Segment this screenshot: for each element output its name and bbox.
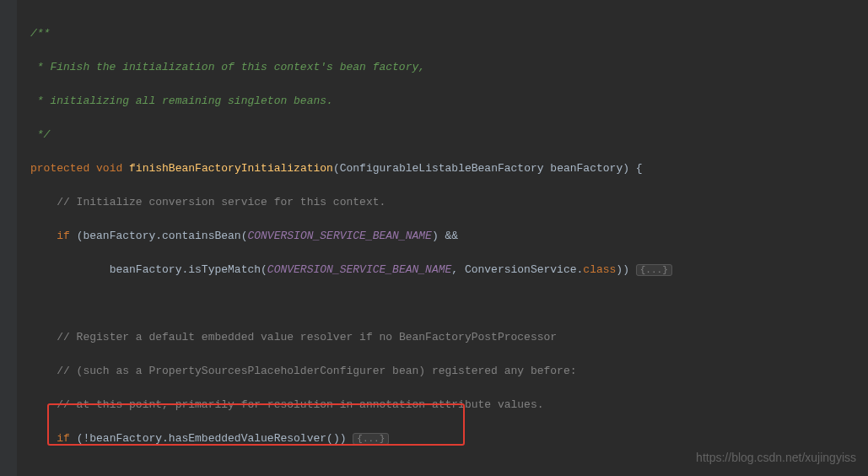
constant-ref: CONVERSION_SERVICE_BEAN_NAME: [247, 230, 431, 242]
code-text: (beanFactory.containsBean(: [70, 230, 248, 242]
line-comment: // at this point, primarily for resoluti…: [57, 398, 543, 411]
keyword-protected: protected: [30, 162, 89, 175]
keyword-if: if: [57, 432, 70, 445]
code-text: , ConversionService.: [451, 263, 583, 276]
code-text: )): [616, 263, 635, 276]
keyword-if: if: [57, 230, 70, 242]
keyword-void: void: [96, 162, 122, 175]
doc-comment-line: /**: [30, 27, 50, 40]
param-type: ConfigurableListableBeanFactory: [340, 162, 544, 175]
code-text: (!beanFactory.hasEmbeddedValueResolver()…: [70, 432, 353, 445]
code-text: ) &&: [432, 230, 458, 242]
keyword-class: class: [583, 263, 616, 276]
line-comment: // Register a default embedded value res…: [57, 331, 557, 343]
line-comment: // (such as a PropertySourcesPlaceholder…: [57, 365, 576, 377]
doc-comment-line: * initializing all remaining singleton b…: [30, 95, 333, 107]
paren: ): [623, 162, 629, 175]
code-text: beanFactory.isTypeMatch(: [57, 263, 267, 276]
method-name: finishBeanFactoryInitialization: [129, 162, 333, 175]
code-editor: /** * Finish the initialization of this …: [0, 8, 868, 476]
paren: (: [333, 162, 340, 175]
brace-open: {: [629, 162, 643, 175]
gutter-bar: [0, 0, 17, 476]
watermark-text: https://blog.csdn.net/xujingyiss: [696, 449, 856, 466]
folded-region[interactable]: {...}: [353, 433, 389, 445]
constant-ref: CONVERSION_SERVICE_BEAN_NAME: [267, 263, 451, 276]
doc-comment-line: * Finish the initialization of this cont…: [30, 61, 425, 73]
line-comment: // Initialize conversion service for thi…: [57, 196, 385, 208]
doc-comment-line: */: [30, 128, 50, 141]
param-name: beanFactory: [544, 162, 623, 175]
folded-region[interactable]: {...}: [636, 264, 672, 276]
